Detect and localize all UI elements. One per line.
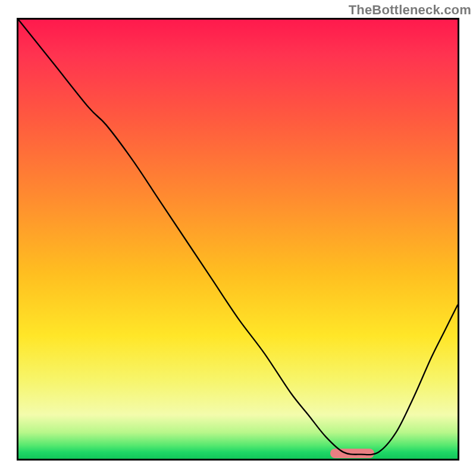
watermark-text: TheBottleneck.com — [349, 2, 471, 18]
plot-area — [17, 18, 459, 461]
bottleneck-curve — [18, 20, 458, 459]
chart-container: TheBottleneck.com — [0, 0, 476, 476]
